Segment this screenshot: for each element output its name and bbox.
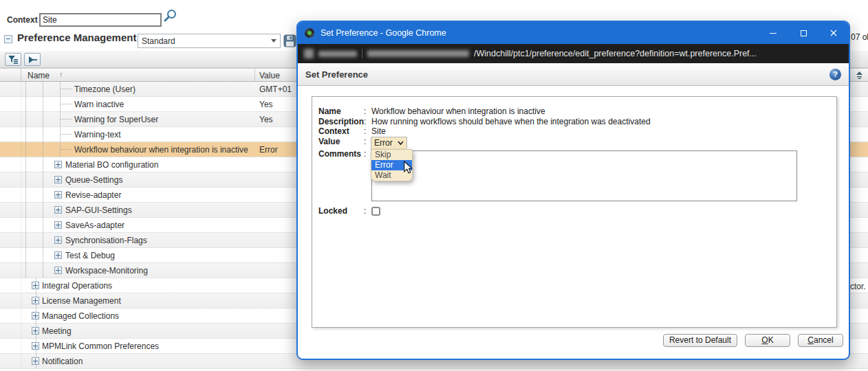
row-label: Workflow behaviour when integration is i… <box>74 145 248 155</box>
url-bar[interactable]: /Windchill/ptc1/preference/edit_preferen… <box>298 44 849 63</box>
url-text: /Windchill/ptc1/preference/edit_preferen… <box>474 49 757 58</box>
locked-label: Locked <box>318 206 364 216</box>
tree-line <box>25 112 26 126</box>
expand-plus-icon[interactable] <box>32 327 39 335</box>
set-preference-window: Set Preference - Google Chrome /Windchil… <box>296 21 850 360</box>
expand-plus-icon[interactable] <box>54 251 62 259</box>
expand-plus-icon[interactable] <box>32 357 39 365</box>
site-info-icon[interactable] <box>304 49 314 58</box>
minimize-button[interactable] <box>758 22 788 44</box>
column-divider <box>21 69 21 81</box>
name-label: Name <box>318 106 364 117</box>
window-title: Set Preference - Google Chrome <box>321 28 446 38</box>
column-header-name[interactable]: Name <box>28 71 50 80</box>
tree-line <box>61 119 72 120</box>
description-label: Description <box>318 117 364 127</box>
dialog-buttons: Revert to Default OK Cancel <box>663 334 843 347</box>
expand-plus-icon[interactable] <box>32 297 39 304</box>
maximize-icon <box>801 30 807 36</box>
windchill-favicon <box>304 27 315 38</box>
tree-line <box>43 127 43 142</box>
tree-line <box>25 218 26 232</box>
redacted-url-part <box>318 51 357 57</box>
row-label: SaveAs-adapter <box>65 221 124 230</box>
column-divider <box>254 69 255 81</box>
mouse-cursor-icon <box>403 161 413 177</box>
tree-line <box>43 218 43 232</box>
row-label: Notification <box>42 357 83 366</box>
column-header-value[interactable]: Value <box>259 71 280 80</box>
ok-button[interactable]: OK <box>745 334 790 347</box>
row-label: Integral Operations <box>42 281 112 291</box>
chevron-down-icon <box>271 39 276 43</box>
row-label: Material BO configuration <box>65 160 158 170</box>
value-select[interactable]: Error <box>371 137 406 150</box>
expand-plus-icon[interactable] <box>54 191 62 199</box>
window-controls <box>758 22 849 44</box>
expand-plus-icon[interactable] <box>54 176 62 183</box>
maximize-button[interactable] <box>788 22 818 44</box>
expand-plus-icon[interactable] <box>54 267 62 274</box>
row-label: Synchronisation-Flags <box>65 236 147 245</box>
tree-line <box>43 82 43 96</box>
tree-line <box>25 82 26 96</box>
window-titlebar[interactable]: Set Preference - Google Chrome <box>298 22 849 44</box>
view-dropdown-value: Standard <box>142 36 175 46</box>
tree-line <box>43 263 43 278</box>
expand-plus-icon[interactable] <box>54 236 62 244</box>
row-label: Warn inactive <box>74 100 124 109</box>
page-title: Preference Management <box>17 32 136 43</box>
dropdown-option[interactable]: Skip <box>371 150 412 160</box>
truncated-cell-text: ctor. <box>850 282 866 291</box>
dialog-page-header: Set Preference ? <box>298 63 849 86</box>
save-icon[interactable] <box>283 34 296 50</box>
row-label: License Management <box>42 296 121 306</box>
expand-plus-icon[interactable] <box>32 312 39 319</box>
locked-checkbox[interactable] <box>371 207 380 216</box>
form-row-name: Name Workflow behaviour when integration… <box>318 106 836 117</box>
filter-button[interactable] <box>5 53 21 66</box>
help-icon[interactable]: ? <box>829 69 841 80</box>
expand-plus-icon[interactable] <box>54 221 62 229</box>
row-value: Error <box>259 145 278 155</box>
context-input[interactable] <box>39 13 162 27</box>
expand-plus-icon[interactable] <box>32 282 39 289</box>
tree-line <box>25 127 26 142</box>
collapse-section-icon[interactable] <box>4 35 12 43</box>
minimize-icon <box>770 33 777 34</box>
close-button[interactable] <box>818 22 849 44</box>
sort-ascending-icon[interactable] <box>855 70 864 82</box>
form-row-context: Context Site <box>318 126 836 137</box>
tree-line <box>43 203 43 217</box>
tree-line <box>25 263 26 278</box>
value-label: Value <box>318 137 364 147</box>
preference-form: Name Workflow behaviour when integration… <box>312 96 837 328</box>
filter-funnel-icon <box>8 55 19 65</box>
context-label: Context <box>318 126 364 137</box>
colon <box>364 117 371 127</box>
name-value: Workflow behaviour when integration is i… <box>371 106 545 117</box>
expand-plus-icon[interactable] <box>54 161 62 168</box>
tree-line <box>25 97 26 111</box>
tree-line <box>61 89 72 89</box>
close-icon <box>830 30 837 36</box>
object-count-truncated: 07 ob <box>851 32 868 42</box>
view-dropdown[interactable]: Standard <box>138 34 281 48</box>
expand-plus-icon[interactable] <box>32 342 39 350</box>
row-label: Revise-adapter <box>65 190 121 200</box>
form-row-description: Description How running workflows should… <box>318 117 836 127</box>
row-label: Warning for SuperUser <box>74 115 158 124</box>
tree-line <box>43 188 43 202</box>
revert-to-default-button[interactable]: Revert to Default <box>663 334 737 347</box>
row-label: Managed Collections <box>42 311 119 321</box>
comments-textarea[interactable] <box>371 150 797 201</box>
expand-plus-icon[interactable] <box>54 206 62 214</box>
tree-line <box>43 233 43 247</box>
context-label: Context <box>7 15 38 25</box>
row-label: Workspace-Monitoring <box>65 266 148 276</box>
cancel-button[interactable]: Cancel <box>798 334 843 347</box>
search-icon[interactable] <box>162 8 177 26</box>
comments-label: Comments <box>318 149 364 159</box>
expand-rows-button[interactable] <box>24 53 41 66</box>
row-label: Warning-text <box>74 130 121 139</box>
